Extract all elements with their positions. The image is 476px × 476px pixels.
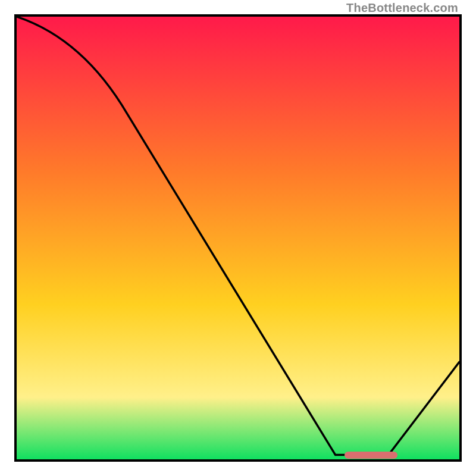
- gradient-background: [17, 17, 459, 459]
- watermark-label: TheBottleneck.com: [346, 1, 458, 15]
- gradient-rect: [17, 17, 459, 459]
- highlight-marker: [345, 452, 397, 459]
- chart-frame: [14, 14, 462, 462]
